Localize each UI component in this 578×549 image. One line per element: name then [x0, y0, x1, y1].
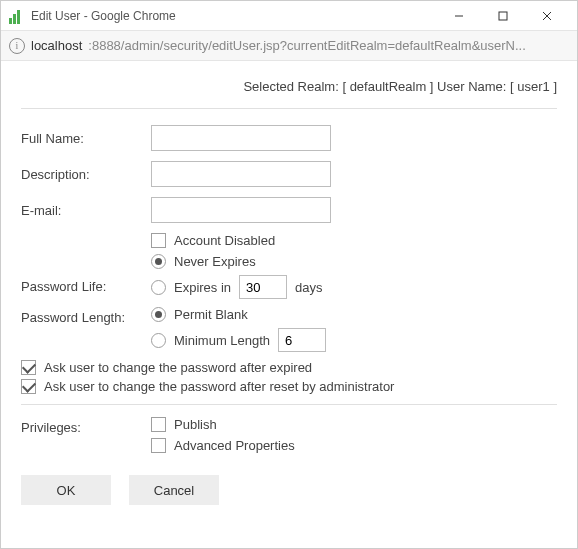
permit-blank-radio[interactable] [151, 307, 166, 322]
ask-after-reset-label: Ask user to change the password after re… [44, 379, 394, 394]
address-path: :8888/admin/security/editUser.jsp?curren… [88, 38, 569, 53]
minimum-length-label: Minimum Length [174, 333, 270, 348]
description-input[interactable] [151, 161, 331, 187]
button-bar: OK Cancel [21, 475, 557, 505]
divider [21, 404, 557, 405]
cancel-button[interactable]: Cancel [129, 475, 219, 505]
ask-after-expired-checkbox[interactable] [21, 360, 36, 375]
account-disabled-checkbox[interactable] [151, 233, 166, 248]
site-info-icon[interactable]: i [9, 38, 25, 54]
expires-in-label-pre: Expires in [174, 280, 231, 295]
maximize-button[interactable] [481, 1, 525, 31]
password-length-label: Password Length: [21, 307, 151, 352]
permit-blank-label: Permit Blank [174, 307, 248, 322]
never-expires-label: Never Expires [174, 254, 256, 269]
privilege-publish-checkbox[interactable] [151, 417, 166, 432]
svg-rect-1 [499, 12, 507, 20]
never-expires-radio[interactable] [151, 254, 166, 269]
window-controls [437, 1, 569, 31]
full-name-label: Full Name: [21, 131, 151, 146]
close-button[interactable] [525, 1, 569, 31]
expires-in-days-input[interactable] [239, 275, 287, 299]
privileges-label: Privileges: [21, 417, 151, 453]
realm-user-line: Selected Realm: [ defaultRealm ] User Na… [21, 77, 557, 108]
ok-button[interactable]: OK [21, 475, 111, 505]
minimum-length-input[interactable] [278, 328, 326, 352]
expires-in-radio[interactable] [151, 280, 166, 295]
address-host: localhost [31, 38, 82, 53]
account-disabled-label: Account Disabled [174, 233, 275, 248]
ask-after-expired-label: Ask user to change the password after ex… [44, 360, 312, 375]
privilege-advanced-label: Advanced Properties [174, 438, 295, 453]
minimize-button[interactable] [437, 1, 481, 31]
app-icon [9, 8, 25, 24]
address-bar[interactable]: i localhost:8888/admin/security/editUser… [1, 31, 577, 61]
ask-after-reset-checkbox[interactable] [21, 379, 36, 394]
privilege-publish-label: Publish [174, 417, 217, 432]
expires-in-label-post: days [295, 280, 322, 295]
minimum-length-radio[interactable] [151, 333, 166, 348]
window-title: Edit User - Google Chrome [31, 9, 437, 23]
page-content: Selected Realm: [ defaultRealm ] User Na… [1, 61, 577, 525]
email-label: E-mail: [21, 203, 151, 218]
password-life-label: Password Life: [21, 233, 151, 299]
description-label: Description: [21, 167, 151, 182]
window-titlebar: Edit User - Google Chrome [1, 1, 577, 31]
email-input[interactable] [151, 197, 331, 223]
privilege-advanced-checkbox[interactable] [151, 438, 166, 453]
divider [21, 108, 557, 109]
full-name-input[interactable] [151, 125, 331, 151]
